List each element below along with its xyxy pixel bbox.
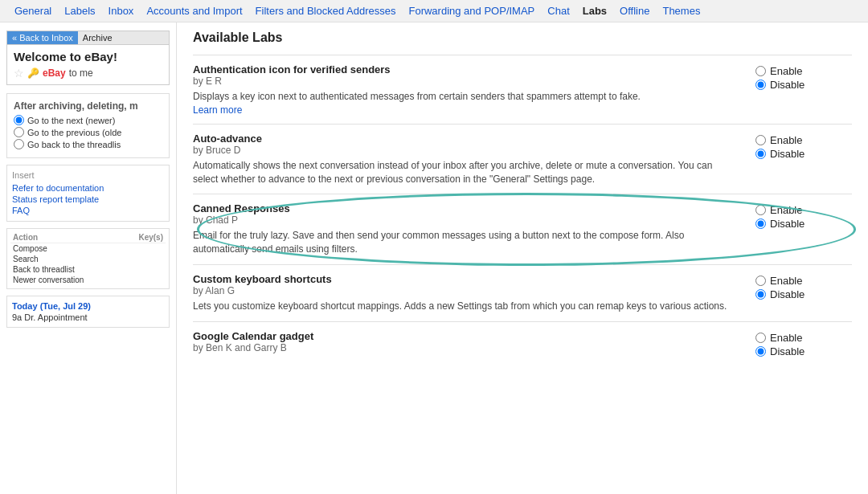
calendar-event: 9a Dr. Appointment [12,312,164,322]
page-title: Available Labs [193,31,852,45]
lab-auto-advance-enable-radio[interactable] [755,135,766,145]
lab-auth-icon-controls: Enable Disable [755,63,852,116]
nav-general[interactable]: General [8,2,58,20]
lab-google-calendar-disable-label[interactable]: Disable [755,345,805,357]
aa-next-label: Go to the next (newer) [27,116,115,125]
lab-custom-keyboard-desc: Lets you customize keyboard shortcut map… [193,300,739,313]
aa-next-radio[interactable] [14,115,24,125]
labs-content: Available Labs Authentication icon for v… [177,22,868,494]
lab-auto-advance-name: Auto-advance [193,133,739,145]
sidebar-panel: « Back to Inbox Archive Welcome to eBay!… [0,22,177,494]
lab-auth-icon-disable-label[interactable]: Disable [755,79,805,91]
email-preview: « Back to Inbox Archive Welcome to eBay!… [6,31,170,85]
lab-canned-controls: Enable Disable [755,202,852,256]
lab-auto-advance-disable-label[interactable]: Disable [755,148,805,160]
aa-thread-radio[interactable] [14,139,24,149]
keyboard-row-4: Newer conversation [10,275,166,285]
lab-custom-keyboard-author: by Alan G [193,285,739,296]
labs-list: Authentication icon for verified senders… [193,55,852,365]
aa-prev-label: Go to the previous (olde [27,128,121,137]
star-icon[interactable]: ☆ [14,67,24,80]
lab-auth-icon: Authentication icon for verified senders… [193,55,852,124]
nav-labs[interactable]: Labs [576,2,613,20]
lab-canned-disable-label[interactable]: Disable [755,218,805,230]
lab-auth-icon-author: by E R [193,76,739,87]
lab-auth-icon-disable-radio[interactable] [755,80,766,90]
lab-custom-keyboard: Custom keyboard shortcuts by Alan G Lets… [193,264,852,321]
lab-auto-advance-desc: Automatically shows the next conversatio… [193,159,739,186]
lab-auto-advance-author: by Bruce D [193,145,739,156]
calendar-date: Today (Tue, Jul 29) [12,301,164,311]
lab-google-calendar: Google Calendar gadget by Ben K and Garr… [193,321,852,365]
keyboard-col-action: Action [10,232,122,243]
keyboard-row-2: Search [10,254,166,264]
lab-auth-icon-desc: Displays a key icon next to authenticate… [193,90,739,104]
lab-google-calendar-enable-radio[interactable] [755,333,766,343]
email-title: Welcome to eBay! [14,50,162,63]
back-to-inbox-button[interactable]: « Back to Inbox [7,31,78,44]
nav-filters[interactable]: Filters and Blocked Addresses [249,2,403,20]
nav-chat[interactable]: Chat [541,2,575,20]
nav-themes[interactable]: Themes [656,2,706,20]
lab-google-calendar-name: Google Calendar gadget [193,330,739,342]
lab-auth-icon-name: Authentication icon for verified senders [193,63,739,76]
email-from: ☆ 🔑 eBay to me [14,67,162,80]
insert-label: Insert [12,170,164,180]
lab-custom-keyboard-enable-label[interactable]: Enable [755,275,802,287]
keyboard-preview: Action Key(s) Compose Search Back to thr… [6,228,170,289]
keyboard-row-3: Back to threadlist [10,264,166,275]
nav-inbox[interactable]: Inbox [102,2,141,20]
top-nav: General Labels Inbox Accounts and Import… [0,0,868,22]
nav-accounts[interactable]: Accounts and Import [140,2,248,20]
nav-labels[interactable]: Labels [58,2,101,20]
lab-canned-responses: Canned Responses by Chad P Email for the… [193,194,852,264]
lab-custom-keyboard-enable-radio[interactable] [755,276,766,286]
aa-prev-radio[interactable] [14,127,24,137]
calendar-preview: Today (Tue, Jul 29) 9a Dr. Appointment [6,296,170,328]
lab-auto-advance-disable-radio[interactable] [755,149,766,159]
autoadvance-title: After archiving, deleting, m [14,100,162,112]
insert-preview: Insert Refer to documentation Status rep… [6,165,170,222]
lab-canned-author: by Chad P [193,214,739,226]
lab-canned-disable-radio[interactable] [755,218,766,229]
insert-item-2[interactable]: Status report template [12,194,164,205]
key-icon: 🔑 [27,67,39,79]
lab-custom-keyboard-name: Custom keyboard shortcuts [193,273,739,285]
lab-auto-advance: Auto-advance by Bruce D Automatically sh… [193,124,852,194]
archive-button[interactable]: Archive [78,31,117,44]
lab-canned-desc: Email for the truly lazy. Save and then … [193,229,739,256]
aa-thread-label: Go back to the threadlis [27,140,121,149]
lab-auth-icon-enable-label[interactable]: Enable [755,65,802,77]
insert-item-1[interactable]: Refer to documentation [12,182,164,194]
lab-canned-name: Canned Responses [193,202,739,214]
lab-auth-icon-link[interactable]: Learn more [193,104,242,116]
lab-custom-keyboard-disable-radio[interactable] [755,289,766,300]
lab-auto-advance-enable-label[interactable]: Enable [755,134,802,146]
lab-auth-icon-enable-radio[interactable] [755,66,766,76]
insert-item-3[interactable]: FAQ [12,205,164,216]
keyboard-col-key: Key(s) [122,232,166,243]
lab-canned-enable-radio[interactable] [755,205,766,215]
email-to: to me [69,67,93,79]
ebay-logo: eBay [43,67,66,79]
lab-google-calendar-enable-label[interactable]: Enable [755,332,802,344]
lab-google-calendar-disable-radio[interactable] [755,346,766,357]
autoadvance-preview: After archiving, deleting, m Go to the n… [6,93,170,158]
nav-offline[interactable]: Offline [613,2,656,20]
lab-google-calendar-controls: Enable Disable [755,330,852,357]
lab-custom-keyboard-disable-label[interactable]: Disable [755,288,805,300]
lab-google-calendar-author: by Ben K and Garry B [193,342,739,353]
lab-auto-advance-controls: Enable Disable [755,133,852,186]
keyboard-row-1: Compose [10,243,166,255]
lab-custom-keyboard-controls: Enable Disable [755,273,852,313]
lab-canned-enable-label[interactable]: Enable [755,204,802,216]
nav-forwarding[interactable]: Forwarding and POP/IMAP [402,2,541,20]
